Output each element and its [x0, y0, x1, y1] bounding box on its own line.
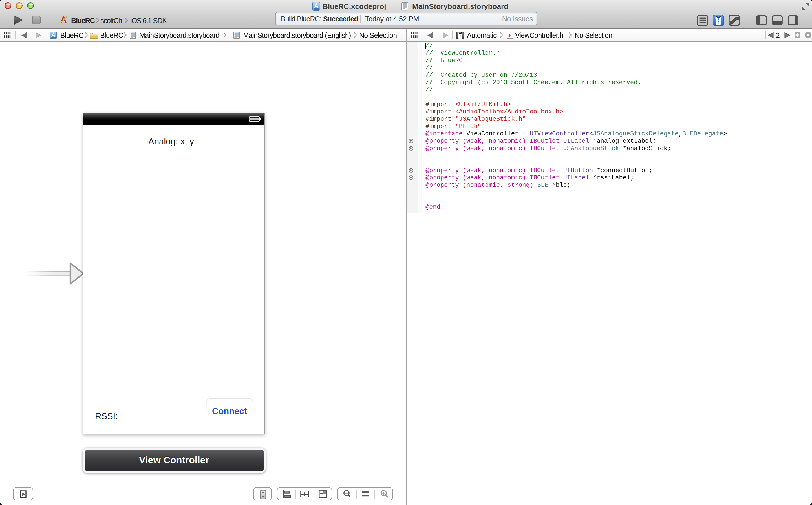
svg-text:.h: .h: [508, 33, 511, 38]
